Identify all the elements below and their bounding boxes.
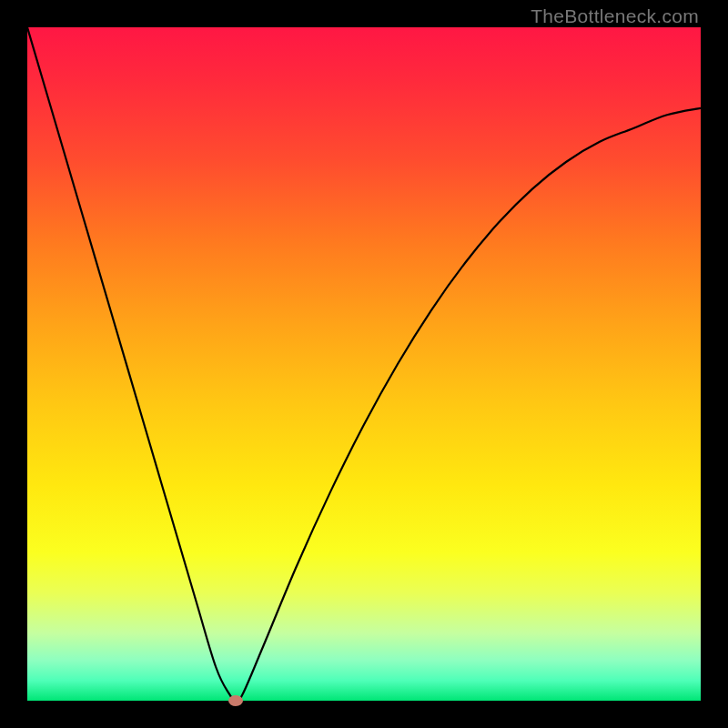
chart-container: TheBottleneck.com [0, 0, 728, 728]
plot-area [27, 27, 701, 701]
bottleneck-curve [27, 27, 701, 701]
watermark-text: TheBottleneck.com [531, 5, 699, 27]
minimum-marker [228, 695, 243, 706]
